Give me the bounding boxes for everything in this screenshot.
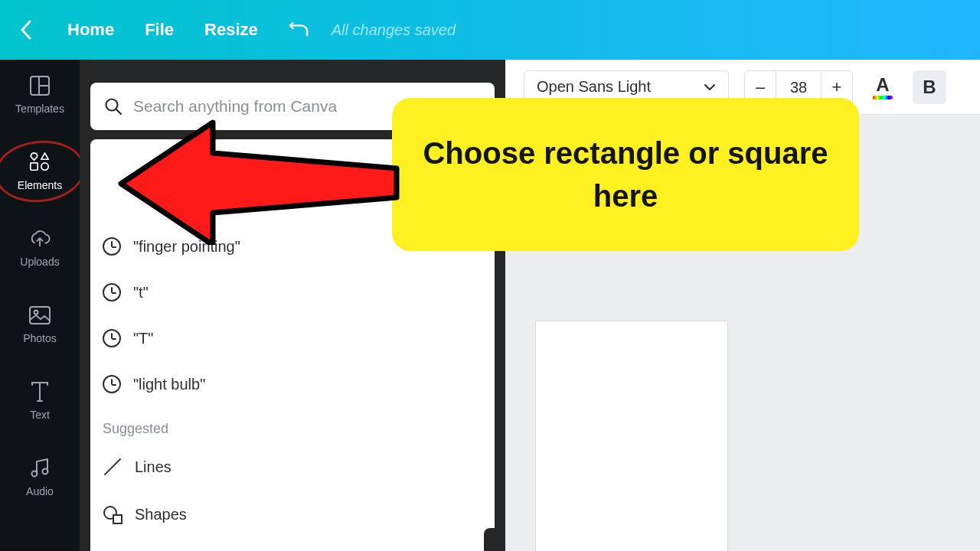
sidebar-item-audio[interactable]: Audio xyxy=(26,458,54,497)
templates-icon xyxy=(29,75,51,96)
font-size-increase[interactable]: + xyxy=(822,77,852,97)
rainbow-bar-icon xyxy=(873,96,893,99)
svg-rect-12 xyxy=(113,515,122,523)
text-icon xyxy=(29,381,51,403)
sidebar-item-label: Photos xyxy=(23,332,57,344)
home-menu[interactable]: Home xyxy=(67,20,114,40)
recent-label: "t" xyxy=(133,284,149,302)
svg-rect-5 xyxy=(30,307,50,324)
sidebar-item-templates[interactable]: Templates xyxy=(15,75,64,115)
line-icon xyxy=(103,457,122,477)
text-color-letter: A xyxy=(876,74,889,96)
page-preview[interactable] xyxy=(536,321,727,551)
audio-icon xyxy=(29,458,51,479)
sidebar-item-label: Uploads xyxy=(20,256,59,268)
recent-label: "T" xyxy=(133,330,153,347)
text-color-button[interactable]: A xyxy=(868,74,897,99)
sidebar-item-label: Templates xyxy=(15,103,64,115)
chevron-down-icon xyxy=(704,83,716,91)
resize-menu[interactable]: Resize xyxy=(204,20,258,40)
back-button[interactable] xyxy=(15,19,37,41)
left-sidebar: Templates Elements Uploads Photos Text A… xyxy=(0,60,80,551)
suggested-heading: Suggested xyxy=(98,407,487,443)
uploads-icon xyxy=(29,228,51,249)
recent-label: "finger pointing" xyxy=(133,238,240,256)
sidebar-item-label: Text xyxy=(30,409,50,421)
sidebar-item-photos[interactable]: Photos xyxy=(23,305,57,344)
collapse-panel-button[interactable] xyxy=(484,528,505,551)
clock-icon xyxy=(103,375,121,393)
svg-point-6 xyxy=(34,311,38,315)
save-status: All changes saved xyxy=(332,21,456,39)
clock-icon xyxy=(103,237,121,256)
search-icon xyxy=(104,97,122,116)
recent-label: "light bulb" xyxy=(133,376,205,393)
suggested-label: Shapes xyxy=(135,506,187,523)
chevron-left-icon xyxy=(20,20,32,40)
font-size-decrease[interactable]: – xyxy=(745,77,776,97)
suggested-shapes[interactable]: Shapes xyxy=(98,491,487,538)
recent-search-item[interactable]: "light bulb" xyxy=(98,361,487,407)
svg-line-10 xyxy=(116,109,121,114)
svg-point-4 xyxy=(41,163,48,170)
photos-icon xyxy=(29,305,51,326)
recent-search-item[interactable]: "T" xyxy=(98,315,487,361)
recent-search-item[interactable]: "t" xyxy=(98,269,487,315)
sidebar-item-uploads[interactable]: Uploads xyxy=(20,228,59,268)
sidebar-item-elements[interactable]: Elements xyxy=(18,152,62,191)
shapes-icon xyxy=(103,504,122,524)
font-name: Open Sans Light xyxy=(537,78,651,96)
annotation-callout: Choose rectangle or square here xyxy=(392,98,859,251)
suggested-label: Lines xyxy=(135,458,172,476)
undo-button[interactable] xyxy=(289,20,309,40)
clock-icon xyxy=(103,283,121,302)
bold-button[interactable]: B xyxy=(913,70,946,104)
svg-rect-3 xyxy=(31,163,38,170)
sidebar-item-label: Audio xyxy=(26,485,54,497)
suggested-lines[interactable]: Lines xyxy=(98,443,487,491)
sidebar-item-text[interactable]: Text xyxy=(29,381,51,421)
undo-icon xyxy=(289,22,309,37)
clock-icon xyxy=(103,329,121,347)
sidebar-item-label: Elements xyxy=(18,179,62,191)
file-menu[interactable]: File xyxy=(145,20,174,40)
elements-icon xyxy=(29,152,51,173)
top-menu-bar: Home File Resize All changes saved xyxy=(0,0,980,60)
